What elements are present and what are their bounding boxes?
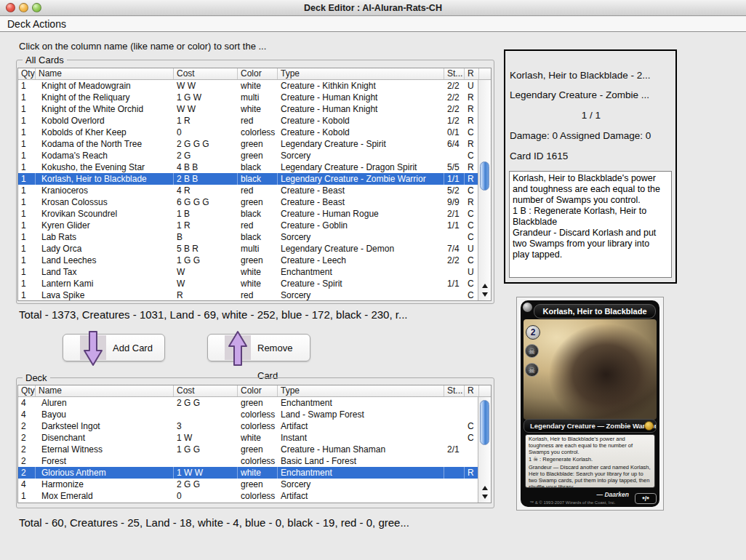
table-cell: Legendary Creature - Dragon Spirit [278, 161, 444, 173]
zoom-button[interactable] [32, 3, 41, 12]
table-cell: R [465, 196, 479, 208]
scroll-down-icon[interactable] [482, 495, 488, 499]
scroll-up-icon[interactable] [482, 284, 488, 288]
table-cell [465, 490, 479, 502]
title-bar[interactable]: Deck Editor : Al-Aluran-Rats-CH [0, 0, 746, 16]
column-header-type[interactable]: Type [278, 68, 444, 79]
column-header-r[interactable]: R [465, 68, 479, 79]
table-cell: 2 [18, 455, 36, 467]
column-header-name[interactable]: Name [36, 68, 174, 79]
table-row[interactable]: 4Aluren2 G GgreenEnchantment [18, 397, 479, 409]
table-cell: 0/1 [444, 127, 465, 138]
table-cell: 1 [18, 266, 36, 278]
menu-deck-actions[interactable]: Deck Actions [0, 17, 66, 31]
column-header-cost[interactable]: Cost [174, 385, 238, 396]
column-header-color[interactable]: Color [238, 68, 278, 79]
scroll-up-icon[interactable] [482, 486, 488, 490]
table-row[interactable]: 1Lab RatsBblackSorceryC [18, 231, 479, 243]
table-cell: black [238, 161, 278, 173]
table-row[interactable]: 1Krovikan Scoundrel1 BblackCreature - Hu… [18, 208, 479, 220]
table-row[interactable]: 1Mox Emerald0colorlessArtifact [18, 490, 479, 502]
remove-card-button[interactable]: Remove Card [207, 334, 310, 361]
column-header-color[interactable]: Color [238, 385, 278, 396]
table-row[interactable]: 2Darksteel Ingot3colorlessArtifactC [18, 420, 479, 432]
table-cell: white [238, 103, 278, 115]
table-row[interactable]: 1Kyren Glider1 RredCreature - Goblin1/1C [18, 220, 479, 231]
deck-editor-window: Deck Editor : Al-Aluran-Rats-CH Deck Act… [0, 0, 746, 560]
table-cell: C [465, 289, 479, 301]
table-row[interactable]: 4BayoucolorlessLand - Swamp Forest [18, 409, 479, 420]
table-cell: Kobold Overlord [36, 115, 174, 127]
table-row[interactable]: 1Knight of MeadowgrainW WwhiteCreature -… [18, 80, 479, 92]
scrollbar-thumb[interactable] [480, 400, 489, 445]
table-cell: 9/9 [444, 196, 465, 208]
sort-hint-label: Click on the column name (like name or c… [19, 41, 266, 52]
table-cell: Basic Land - Forest [278, 455, 444, 467]
column-header-qty[interactable]: Qty [18, 385, 36, 396]
table-cell: Creature - Spirit [278, 278, 444, 289]
table-cell: Kranioceros [36, 185, 174, 196]
table-row[interactable]: 1Land Leeches1 G GgreenCreature - Leech2… [18, 255, 479, 266]
table-row[interactable]: 1Kokusho, the Evening Star4 B BblackLege… [18, 161, 479, 173]
table-row[interactable]: 2Disenchant1 WwhiteInstantC [18, 432, 479, 444]
table-cell: U [465, 243, 479, 255]
table-row[interactable]: 2ForestcolorlessBasic Land - Forest [18, 455, 479, 467]
minimize-button[interactable] [19, 3, 28, 12]
scrollbar-thumb[interactable] [480, 161, 489, 191]
table-row[interactable]: 1Knight of the White OrchidW WwhiteCreat… [18, 103, 479, 115]
table-cell [444, 289, 465, 301]
close-button[interactable] [6, 3, 15, 12]
table-cell: 4 R [174, 185, 238, 196]
table-row[interactable]: 1Kranioceros4 RredCreature - Beast5/2C [18, 185, 479, 196]
all-cards-scrollbar[interactable] [478, 80, 491, 300]
table-row[interactable]: 2Glorious Anthem1 W WwhiteEnchantmentR [18, 467, 479, 479]
table-row[interactable]: 1Krosan Colossus6 G G GgreenCreature - B… [18, 196, 479, 208]
table-cell: 2/2 [444, 92, 465, 103]
table-row[interactable]: 1Land TaxWwhiteEnchantmentU [18, 266, 479, 278]
column-header-type[interactable]: Type [278, 385, 444, 396]
table-cell: black [238, 208, 278, 220]
add-card-button[interactable]: Add Card [63, 334, 165, 361]
preview-rules-p1: Korlash, Heir to Blackblade's power and … [529, 436, 651, 455]
table-cell: 0 [174, 490, 238, 502]
table-row[interactable]: 1Korlash, Heir to Blackblade2 B BblackLe… [18, 173, 479, 185]
table-row[interactable]: 4Harmonize2 G GgreenSorcery [18, 479, 479, 490]
arrow-up-icon [228, 330, 247, 367]
table-cell: C [465, 255, 479, 266]
column-header-st[interactable]: St... [444, 385, 465, 396]
table-row[interactable]: 1Kobolds of Kher Keep0colorlessCreature … [18, 127, 479, 138]
table-cell: Creature - Goblin [278, 220, 444, 231]
table-row[interactable]: 2Eternal Witness1 G GgreenCreature - Hum… [18, 444, 479, 455]
table-row[interactable]: 1Knight of the Reliquary1 G WmultiCreatu… [18, 92, 479, 103]
table-row[interactable]: 1Lady Orca5 B RmultiLegendary Creature -… [18, 243, 479, 255]
table-cell: Land Leeches [36, 255, 174, 266]
column-header-cost[interactable]: Cost [174, 68, 238, 79]
window-title: Deck Editor : Al-Aluran-Rats-CH [0, 0, 746, 16]
table-cell: R [465, 92, 479, 103]
table-row[interactable]: 1Kobold Overlord1 RredCreature - Kobold1… [18, 115, 479, 127]
table-cell: 2 B B [174, 173, 238, 185]
table-cell: Creature - Human Knight [278, 103, 444, 115]
table-row[interactable]: 1Kodama of the North Tree2 G G GgreenLeg… [18, 138, 479, 150]
column-header-st[interactable]: St... [444, 68, 465, 79]
column-header-name[interactable]: Name [36, 385, 174, 396]
column-header-qty[interactable]: Qty [18, 68, 36, 79]
all-cards-table: Qty Name Cost Color Type St... R 1Knight… [17, 68, 492, 301]
mana-black-icon: ☠ [525, 363, 539, 377]
table-cell: 1 [18, 103, 36, 115]
table-cell: W W [174, 103, 238, 115]
table-row[interactable]: 1Lava SpikeRredSorceryC [18, 289, 479, 301]
table-cell [444, 479, 465, 490]
table-cell: Sorcery [278, 479, 444, 490]
all-cards-legend: All Cards [23, 55, 67, 65]
preview-type-line: Legendary Creature — Zombie Warrior [524, 419, 657, 433]
table-row[interactable]: 1Kodama's Reach2 GgreenSorceryC [18, 150, 479, 161]
menu-bar: Deck Actions [0, 17, 746, 32]
card-type-label: Legendary Creature - Zombie ... [510, 89, 673, 100]
deck-scrollbar[interactable] [478, 397, 491, 503]
table-cell: Mox Emerald [36, 490, 174, 502]
scroll-down-icon[interactable] [482, 292, 488, 297]
column-header-r[interactable]: R [465, 385, 479, 396]
table-cell: Darksteel Ingot [36, 420, 174, 432]
table-row[interactable]: 1Lantern KamiWwhiteCreature - Spirit1/1C [18, 278, 479, 289]
